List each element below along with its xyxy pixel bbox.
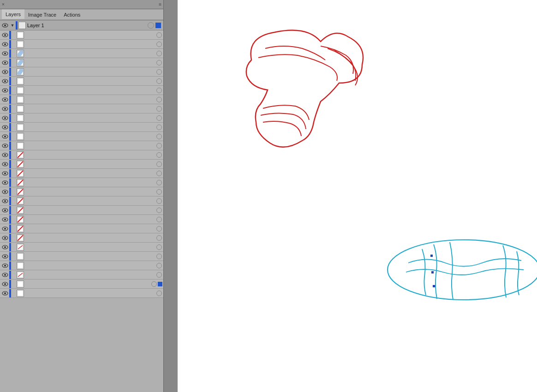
path-row[interactable] xyxy=(0,104,163,113)
panel-menu-button[interactable]: ≡ xyxy=(159,2,161,7)
panel-close-button[interactable]: × xyxy=(2,2,5,7)
path-color-bar xyxy=(9,289,11,297)
svg-rect-4 xyxy=(18,32,23,38)
path-circle xyxy=(156,244,162,250)
path-visibility-toggle[interactable] xyxy=(1,105,9,113)
path-row[interactable] xyxy=(0,95,163,104)
path-circle xyxy=(156,161,162,167)
svg-rect-98 xyxy=(18,291,23,296)
layer-color-bar xyxy=(16,21,18,30)
path-visibility-toggle[interactable] xyxy=(1,151,9,159)
path-color-bar xyxy=(9,49,11,58)
path-visibility-toggle[interactable] xyxy=(1,86,9,95)
path-row[interactable] xyxy=(0,132,163,141)
path-row[interactable] xyxy=(0,123,163,132)
path-visibility-toggle[interactable] xyxy=(1,271,9,279)
path-color-bar xyxy=(9,215,11,224)
path-visibility-toggle[interactable] xyxy=(1,169,9,178)
layer-1-header[interactable]: ▼ Layer 1 xyxy=(0,20,163,30)
svg-point-1 xyxy=(4,24,6,26)
path-row[interactable] xyxy=(0,252,163,261)
svg-point-6 xyxy=(4,43,6,45)
path-color-bar xyxy=(9,95,11,104)
path-visibility-toggle[interactable] xyxy=(1,123,9,131)
visibility-toggle[interactable] xyxy=(1,21,9,30)
path-color-bar xyxy=(9,40,11,48)
path-row[interactable] xyxy=(0,49,163,58)
path-row[interactable] xyxy=(0,178,163,187)
path-visibility-toggle[interactable] xyxy=(1,280,9,288)
path-visibility-toggle[interactable] xyxy=(1,95,9,104)
path-row[interactable] xyxy=(0,113,163,123)
tab-layers[interactable]: Layers xyxy=(2,9,24,20)
path-visibility-toggle[interactable] xyxy=(1,68,9,76)
path-visibility-toggle[interactable] xyxy=(1,234,9,242)
path-visibility-toggle[interactable] xyxy=(1,215,9,224)
path-circle xyxy=(156,69,162,75)
path-visibility-toggle[interactable] xyxy=(1,178,9,187)
path-color-bar xyxy=(9,178,11,187)
path-thumbnail xyxy=(17,234,24,242)
expand-arrow[interactable]: ▼ xyxy=(9,21,16,30)
path-visibility-toggle[interactable] xyxy=(1,188,9,196)
path-visibility-toggle[interactable] xyxy=(1,289,9,297)
path-thumbnail xyxy=(17,207,24,214)
path-row[interactable] xyxy=(0,224,163,233)
path-visibility-toggle[interactable] xyxy=(1,243,9,251)
path-color-bar xyxy=(9,197,11,205)
svg-point-9 xyxy=(4,53,6,54)
svg-rect-19 xyxy=(18,78,23,84)
path-visibility-toggle[interactable] xyxy=(1,132,9,141)
path-row[interactable] xyxy=(0,233,163,243)
svg-rect-37 xyxy=(18,134,23,139)
path-visibility-toggle[interactable] xyxy=(1,31,9,39)
path-visibility-toggle[interactable] xyxy=(1,77,9,85)
path-row[interactable] xyxy=(0,150,163,160)
path-circle xyxy=(156,272,162,278)
path-visibility-toggle[interactable] xyxy=(1,40,9,48)
svg-point-99 xyxy=(388,240,537,300)
path-visibility-toggle[interactable] xyxy=(1,59,9,67)
path-row[interactable] xyxy=(0,289,163,298)
path-row[interactable] xyxy=(0,187,163,196)
path-row[interactable] xyxy=(0,279,163,289)
svg-rect-102 xyxy=(433,285,435,287)
path-square xyxy=(158,282,162,286)
path-circle xyxy=(156,235,162,241)
tab-image-trace[interactable]: Image Trace xyxy=(24,9,60,20)
path-row[interactable] xyxy=(0,243,163,252)
path-row[interactable] xyxy=(0,77,163,86)
path-row[interactable] xyxy=(0,196,163,206)
path-row[interactable] xyxy=(0,215,163,224)
path-visibility-toggle[interactable] xyxy=(1,197,9,205)
svg-rect-22 xyxy=(18,88,23,93)
path-visibility-toggle[interactable] xyxy=(1,49,9,58)
path-thumbnail xyxy=(17,59,24,66)
tab-actions[interactable]: Actions xyxy=(60,9,84,20)
path-row[interactable] xyxy=(0,58,163,67)
path-visibility-toggle[interactable] xyxy=(1,261,9,270)
layer-circle-indicator xyxy=(148,22,154,29)
path-row[interactable] xyxy=(0,169,163,178)
layers-panel: × ≡ Layers Image Trace Actions ▼ Layer 1 xyxy=(0,0,164,392)
path-visibility-toggle[interactable] xyxy=(1,252,9,261)
path-visibility-toggle[interactable] xyxy=(1,225,9,233)
path-visibility-toggle[interactable] xyxy=(1,160,9,168)
path-visibility-toggle[interactable] xyxy=(1,206,9,214)
path-row[interactable] xyxy=(0,86,163,95)
path-row[interactable] xyxy=(0,206,163,215)
svg-point-50 xyxy=(4,172,6,174)
path-row[interactable] xyxy=(0,261,163,270)
path-color-bar xyxy=(9,169,11,178)
path-visibility-toggle[interactable] xyxy=(1,114,9,122)
path-row[interactable] xyxy=(0,141,163,150)
path-visibility-toggle[interactable] xyxy=(1,142,9,150)
path-row[interactable] xyxy=(0,270,163,279)
path-row[interactable] xyxy=(0,160,163,169)
panel-tabs: Layers Image Trace Actions xyxy=(0,9,163,20)
path-row[interactable] xyxy=(0,40,163,49)
path-thumbnail xyxy=(17,105,24,113)
path-row[interactable] xyxy=(0,30,163,40)
svg-point-18 xyxy=(4,80,6,82)
path-row[interactable] xyxy=(0,67,163,77)
